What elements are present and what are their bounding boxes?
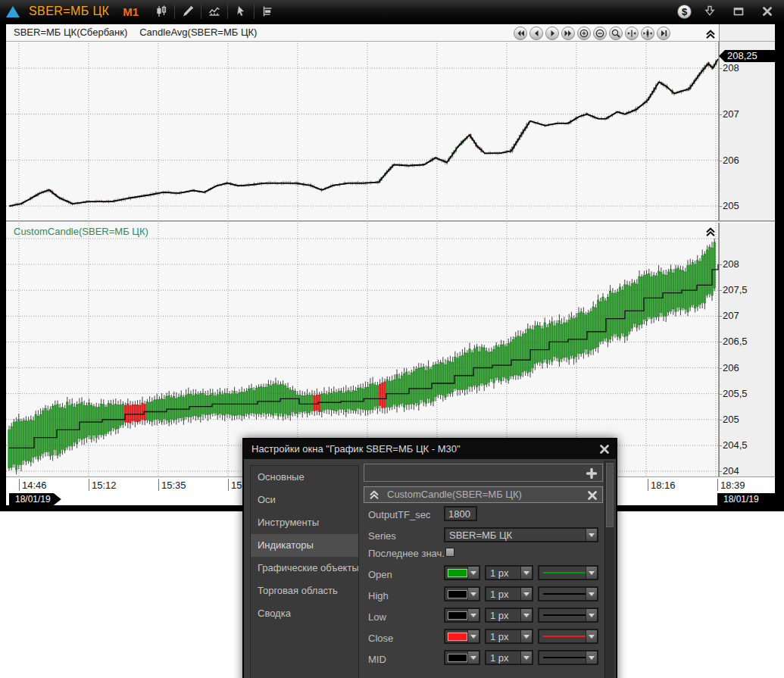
indicator-panel-icon[interactable] [204, 2, 225, 20]
high-label: High [368, 590, 389, 601]
mid-color-picker[interactable] [444, 650, 480, 665]
zoom-box-button[interactable] [609, 27, 623, 40]
y-tick-label: 206,5 [723, 336, 748, 347]
add-indicator-button[interactable] [585, 467, 598, 480]
date-tag-right: 18/01/19 [717, 493, 775, 505]
series-dropdown[interactable]: SBER=МБ ЦК [444, 527, 598, 542]
mid-style-picker[interactable] [538, 650, 598, 665]
x-tick-label: 18:39 [720, 480, 745, 491]
menu-torgovaya-oblast[interactable]: Торговая область [251, 580, 358, 602]
dropdown-arrow-icon[interactable] [586, 630, 597, 642]
dialog-scrollbar-thumb[interactable] [606, 463, 614, 527]
seek-start-button[interactable] [514, 27, 527, 40]
close-width-picker[interactable]: 1 px [485, 629, 533, 644]
dropdown-arrow-icon[interactable] [467, 651, 479, 664]
dropdown-arrow-icon[interactable] [467, 630, 479, 642]
step-back-button[interactable] [529, 27, 543, 40]
y-tick-label: 205 [723, 414, 739, 425]
outputtf-input[interactable] [444, 506, 477, 521]
date-tag-left: 18/01/19 [9, 493, 61, 505]
low-width-picker[interactable]: 1 px [485, 608, 533, 623]
dropdown-arrow-icon[interactable] [586, 529, 597, 541]
dialog-scrollbar[interactable] [604, 461, 614, 678]
close-label: Close [368, 633, 393, 644]
x-tick-label: 14:46 [22, 480, 47, 491]
pane2-collapse-icon[interactable] [704, 226, 717, 241]
last-price-tag: 208,25 [719, 50, 775, 62]
zoom-in-button[interactable] [577, 27, 591, 40]
y-tick-label: 205,5 [723, 388, 748, 399]
dropdown-arrow-icon[interactable] [520, 630, 532, 642]
levels-icon[interactable] [257, 2, 278, 20]
chart-nav-buttons [514, 27, 670, 40]
open-color-picker[interactable] [444, 565, 480, 580]
y-tick-label: 208 [723, 62, 739, 73]
download-arrow-icon[interactable] [699, 2, 720, 20]
mid-label: MID [368, 654, 386, 665]
series-label: Series [368, 530, 396, 542]
low-label: Low [368, 611, 386, 623]
menu-graficheskie-obekty[interactable]: Графические объекты [251, 557, 358, 580]
menu-indikatory[interactable]: Индикаторы [251, 534, 358, 557]
pencil-icon[interactable] [177, 2, 198, 20]
menu-osi[interactable]: Оси [251, 489, 358, 511]
y-tick-label: 204,5 [723, 439, 748, 451]
app-titlebar: SBER=МБ ЦК М1 $ [0, 0, 784, 23]
outputtf-label: OutputTF_sec [368, 509, 430, 520]
compress-h-button[interactable] [625, 27, 639, 40]
y-tick-label: 206 [723, 362, 739, 373]
menu-osnovnye[interactable]: Основные [251, 466, 358, 489]
y-tick-label: 207,5 [723, 284, 748, 295]
step-forward-button[interactable] [545, 27, 559, 40]
mid-width-picker[interactable]: 1 px [485, 650, 533, 665]
price-axis[interactable] [719, 24, 775, 476]
dropdown-arrow-icon[interactable] [586, 588, 597, 600]
dropdown-arrow-icon[interactable] [586, 651, 597, 664]
open-width-picker[interactable]: 1 px [485, 565, 533, 580]
compress-candle-button[interactable] [641, 27, 654, 40]
close-icon[interactable] [757, 2, 778, 20]
dialog-menu: ОсновныеОсиИнструментыИндикаторыГрафичес… [250, 465, 359, 678]
restore-icon[interactable] [728, 2, 749, 20]
high-color-picker[interactable] [444, 586, 480, 601]
low-style-picker[interactable] [538, 608, 598, 623]
low-color-picker[interactable] [444, 608, 480, 623]
settings-dialog: Настройки окна "График SBER=МБ ЦК - М30"… [242, 438, 617, 678]
indicator-header-title: CustomCandle(SBER=МБ ЦК) [387, 489, 522, 500]
dropdown-arrow-icon[interactable] [467, 567, 479, 579]
dropdown-arrow-icon[interactable] [467, 588, 479, 600]
close-style-picker[interactable] [538, 629, 598, 644]
price-pane-plot[interactable] [6, 41, 719, 220]
pane1-labels: SBER=МБ ЦК(Сбербанк)CandleAvg(SBER=МБ ЦК… [14, 27, 269, 38]
high-width-picker[interactable]: 1 px [485, 586, 533, 601]
collapse-chevron-icon[interactable] [368, 489, 380, 505]
menu-svodka[interactable]: Сводка [251, 602, 358, 625]
dollar-icon[interactable]: $ [677, 5, 692, 19]
high-style-picker[interactable] [538, 586, 598, 601]
dialog-content: CustomCandle(SBER=МБ ЦК) OutputTF_sec Se… [364, 462, 603, 678]
indicator-header[interactable]: CustomCandle(SBER=МБ ЦК) [364, 486, 603, 503]
y-tick-label: 205 [723, 200, 739, 211]
menu-instrumenty[interactable]: Инструменты [251, 511, 358, 534]
goto-last-button[interactable] [657, 27, 670, 40]
indicator-remove-button[interactable] [586, 489, 598, 501]
dropdown-arrow-icon[interactable] [520, 588, 532, 600]
dropdown-arrow-icon[interactable] [520, 651, 532, 664]
dialog-close-button[interactable] [598, 442, 611, 456]
lastval-checkbox[interactable] [445, 548, 454, 557]
dropdown-arrow-icon[interactable] [467, 609, 479, 621]
cursor-icon[interactable] [230, 2, 251, 20]
dropdown-arrow-icon[interactable] [586, 609, 597, 621]
zoom-out-button[interactable] [593, 27, 607, 40]
pane1-series-label: SBER=МБ ЦК(Сбербанк) [14, 27, 127, 38]
dropdown-arrow-icon[interactable] [586, 567, 597, 579]
candles-icon[interactable] [151, 2, 172, 20]
open-label: Open [368, 569, 392, 580]
x-tick-label: 18:16 [651, 480, 676, 491]
seek-end-button[interactable] [561, 27, 575, 40]
dropdown-arrow-icon[interactable] [520, 567, 532, 579]
close-color-picker[interactable] [444, 629, 480, 644]
dropdown-arrow-icon[interactable] [520, 609, 532, 621]
pane1-collapse-icon[interactable] [704, 28, 717, 43]
open-style-picker[interactable] [538, 565, 598, 580]
